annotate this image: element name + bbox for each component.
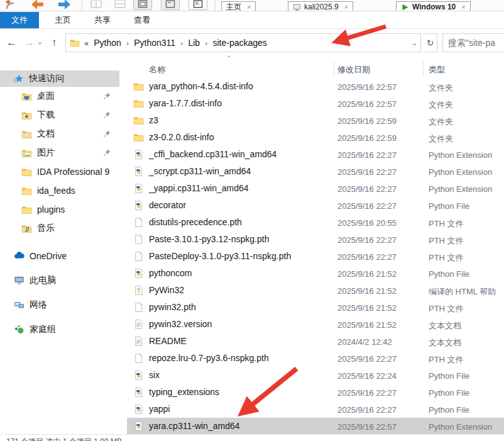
sidebar-item-此电脑[interactable]: 此电脑 [0,268,119,293]
file-name: pywin32.pth [149,302,196,312]
sidebar-item-label: 此电脑 [30,275,56,286]
file-row[interactable]: yara-1.7.7.dist-info2025/9/16 22:57文件夹 [127,95,504,112]
search-box [442,33,504,52]
text-icon [133,336,144,347]
file-row[interactable]: decorator2025/9/16 22:27Python File [127,197,504,214]
vm-toolbar-fullscreen-button[interactable] [133,0,152,10]
tab-close-icon[interactable]: × [344,3,348,11]
vm-tab-1[interactable]: 主页× [221,1,256,11]
sidebar-item-ida_feeds[interactable]: ida_feeds [0,181,119,200]
pin-icon [103,130,111,138]
file-icon [133,302,144,313]
file-row[interactable]: pywin32.version2025/9/16 21:52文本文档 [127,316,504,333]
folder-icon [133,132,144,143]
file-name: README [149,336,187,346]
folder-icon [70,38,80,48]
refresh-button[interactable]: ↻ [424,33,437,52]
vm-toolbar-undo-icon[interactable] [4,0,18,10]
menu-share[interactable]: 共享 [89,12,116,28]
breadcrumb-segment[interactable]: site-packages [212,38,266,48]
file-row[interactable]: z3-0.2.0.dist-info2025/9/16 22:59文件夹 [127,129,504,146]
address-history-button[interactable]: › [414,38,416,50]
file-row[interactable]: yara_python-4.5.4.dist-info2025/9/16 22:… [127,78,504,95]
pictures-folder-icon [21,148,32,159]
column-divider[interactable] [423,62,424,77]
file-row[interactable]: _cffi_backend.cp311-win_amd642025/9/16 2… [127,146,504,163]
sidebar-quick-access[interactable]: 快速访问 [0,70,119,87]
sidebar-item-下载[interactable]: 下载 [0,106,119,125]
file-row[interactable]: repoze.lru-0.7-py3.6-nspkg.pth2025/9/16 … [127,350,504,367]
vm-tab-3[interactable]: Windows 10× [396,1,471,11]
chm-icon: ? [133,285,144,296]
file-row[interactable]: z32025/9/16 22:59文件夹 [127,112,504,129]
file-date: 2025/9/16 22:57 [337,99,397,109]
file-row[interactable]: _scrypt.cp311-win_amd642025/9/16 22:27Py… [127,163,504,180]
sidebar-item-onedrive[interactable]: OneDrive [0,243,119,268]
column-divider[interactable] [334,62,334,77]
breadcrumb-separator-icon: › [180,38,183,48]
recent-locations-button[interactable]: › [39,29,41,57]
downloads-folder-icon [21,110,32,121]
file-name: pythoncom [149,268,192,278]
vm-toolbar-layout-icon[interactable] [89,0,103,10]
file-row[interactable]: README2024/4/2 12:42文本文档 [127,333,504,350]
tab-close-icon[interactable]: × [247,3,251,11]
python-icon [133,183,144,194]
network-icon [14,299,25,310]
file-type: 文件夹 [429,82,453,94]
pin-icon [103,148,111,157]
file-date: 2025/9/16 22:24 [337,371,397,381]
vm-toolbar-minimize-icon[interactable] [113,0,127,10]
file-row[interactable]: yara.cp311-win_amd642025/9/16 22:57Pytho… [127,418,504,435]
breadcrumb-segment[interactable]: Python [94,38,121,48]
file-row[interactable]: yappi2025/9/16 22:27Python File [127,401,504,418]
file-type: Python Extension [429,167,492,177]
vm-tab-2[interactable]: kali2025.9× [288,1,353,11]
file-row[interactable]: six2025/9/16 22:24Python File [127,367,504,384]
file-row[interactable]: distutils-precedence.pth2025/9/16 20:55P… [127,214,504,231]
sidebar-item-ida-professional-9[interactable]: IDA Professional 9 [0,162,119,181]
file-type: PTH 文件 [429,235,464,247]
python-icon [133,200,144,211]
file-row[interactable]: typing_extensions2025/9/16 22:27Python F… [127,384,504,401]
tab-close-icon[interactable]: × [461,3,465,11]
column-header-name[interactable]: 名称 [149,64,165,75]
file-date: 2025/9/16 21:52 [337,286,397,296]
breadcrumb-segment[interactable]: Lib [188,38,200,48]
up-button[interactable]: ↑ [52,29,57,57]
file-row[interactable]: ?PyWin322025/9/16 21:52编译的 HTML 帮助 [127,282,504,299]
vm-toolbar-snapshot-button[interactable] [189,0,207,10]
file-row[interactable]: _yappi.cp311-win_amd642025/9/16 22:27Pyt… [127,180,504,197]
file-name: Paste-3.10.1-py3.12-nspkg.pth [149,234,269,244]
file-type: 文件夹 [429,99,453,111]
file-row[interactable]: pywin32.pth2025/9/16 21:52PTH 文件 [127,299,504,316]
column-header-type[interactable]: 类型 [429,64,445,75]
sidebar-item-音乐[interactable]: 音乐 [0,219,119,238]
sidebar-item-plugins[interactable]: plugins [0,200,119,219]
sidebar-item-文档[interactable]: 文档 [0,125,119,143]
back-button[interactable]: ← [6,29,17,57]
file-row[interactable]: pythoncom2025/9/16 21:52Python File [127,265,504,282]
sidebar-item-网络[interactable]: 网络 [0,293,119,317]
menu-view[interactable]: 查看 [128,12,156,28]
search-input[interactable] [443,34,504,52]
breadcrumb-segment[interactable]: Python311 [134,38,175,48]
sidebar-item-桌面[interactable]: 桌面 [0,87,119,106]
breadcrumb-collapse[interactable]: « [84,38,89,48]
sidebar-item-label: 桌面 [37,91,55,102]
sidebar-item-label: 音乐 [37,223,55,234]
sidebar-item-家庭组[interactable]: 家庭组 [0,317,119,342]
vm-toolbar-forward-arrow-icon[interactable] [58,0,72,10]
address-input[interactable]: « Python›Python311›Lib›site-packages › [65,33,421,52]
column-header-date[interactable]: 修改日期 [337,64,370,75]
vm-toolbar-back-arrow-icon[interactable] [30,0,44,10]
file-row[interactable]: PasteDeploy-3.1.0-py3.11-nspkg.pth2025/9… [127,248,504,265]
vm-toolbar-console-button[interactable] [161,0,180,10]
file-icon [133,251,144,262]
sidebar-item-图片[interactable]: 图片 [0,143,119,162]
file-type: Python File [429,201,469,211]
file-row[interactable]: Paste-3.10.1-py3.12-nspkg.pth2025/9/16 2… [127,231,504,248]
menu-home[interactable]: 主页 [49,12,77,28]
sidebar-item-label: IDA Professional 9 [37,167,109,177]
menu-file[interactable]: 文件 [0,12,39,28]
